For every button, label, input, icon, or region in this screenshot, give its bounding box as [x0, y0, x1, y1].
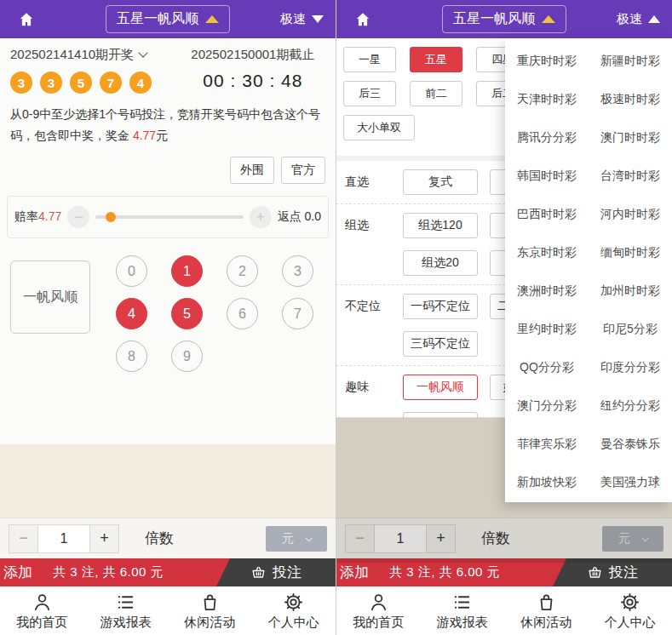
lottery-dropdown-menu: 重庆时时彩 新疆时时彩 天津时时彩 极速时时彩 腾讯分分彩 澳门时时彩 韩国时时… [505, 38, 672, 502]
digit-circle[interactable]: 8 [116, 340, 147, 372]
lottery-option[interactable]: 加州时时彩 [589, 272, 672, 310]
nav-label: 我的首页 [16, 615, 67, 631]
speed-selector-open[interactable]: 极速 [617, 11, 660, 27]
digit-circle[interactable]: 0 [116, 255, 147, 287]
chevron-down-icon [138, 48, 147, 57]
lottery-option[interactable]: QQ分分彩 [505, 348, 589, 386]
issue-open-label[interactable]: 202502141410期开奖 [10, 47, 181, 63]
lottery-option[interactable]: 新疆时时彩 [589, 42, 672, 80]
nav-profile[interactable]: 个人中心 [589, 586, 672, 635]
submit-label: 投注 [609, 563, 638, 582]
unit-value: 元 [282, 531, 294, 546]
lottery-option[interactable]: 台湾时时彩 [589, 157, 672, 195]
app-page: 五星一帆风顺 极速 202502141410期开奖 3 3 5 7 [0, 0, 672, 635]
game-title-button[interactable]: 五星一帆风顺 [442, 5, 566, 33]
bottom-nav: 我的首页 游戏报表 休闲活动 个人中心 [0, 586, 336, 635]
nav-reports[interactable]: 游戏报表 [84, 586, 169, 635]
user-icon [32, 592, 53, 613]
odds-slider-box: 赔率4.77 − + 返点 0.0 [7, 196, 329, 238]
digit-circle[interactable]: 9 [171, 340, 203, 372]
digit-circle[interactable]: 6 [227, 298, 258, 329]
nav-activities[interactable]: 休闲活动 [504, 586, 589, 635]
digit-circle[interactable]: 4 [116, 298, 147, 329]
tab-first-two[interactable]: 前二 [410, 81, 462, 106]
outer-mode-button[interactable]: 外围 [230, 157, 274, 184]
nav-label: 游戏报表 [437, 615, 488, 631]
digit-circle[interactable]: 7 [282, 298, 313, 329]
play-button-selected[interactable]: 一帆风顺 [403, 375, 478, 400]
lottery-option[interactable]: 美国强力球 [589, 463, 672, 501]
lottery-option[interactable]: 澳门分分彩 [505, 386, 589, 425]
digit-circle[interactable]: 5 [171, 298, 203, 329]
nav-profile[interactable]: 个人中心 [252, 586, 336, 635]
lottery-option[interactable]: 缅甸时时彩 [589, 233, 672, 272]
odds-slider-track[interactable] [95, 215, 243, 219]
lottery-option[interactable]: 重庆时时彩 [505, 42, 589, 80]
multiplier-input[interactable] [37, 524, 90, 553]
nav-activities[interactable]: 休闲活动 [168, 586, 252, 635]
lottery-option[interactable]: 韩国时时彩 [505, 157, 589, 195]
tab-five-star[interactable]: 五星 [410, 47, 462, 72]
report-list-icon [115, 592, 136, 613]
basket-icon [250, 564, 267, 581]
digit-circle[interactable]: 2 [227, 255, 258, 287]
add-bet-button[interactable]: 添加 [336, 563, 377, 582]
digit-circle[interactable]: 1 [171, 255, 203, 287]
tab-one-star[interactable]: 一星 [343, 47, 396, 72]
lottery-option[interactable]: 澳门时时彩 [589, 118, 672, 157]
lottery-option[interactable]: 天津时时彩 [505, 80, 589, 118]
screen-betting: 五星一帆风顺 极速 202502141410期开奖 3 3 5 7 [0, 0, 336, 635]
nav-label: 个人中心 [268, 615, 319, 631]
speed-label: 极速 [280, 11, 306, 27]
odds-increase-button[interactable]: + [250, 206, 272, 228]
play-button[interactable]: 组选20 [403, 250, 478, 276]
unit-select[interactable]: 元 [266, 526, 327, 552]
odds-label: 赔率4.77 [14, 209, 61, 225]
caret-up-icon [205, 15, 219, 23]
lottery-option[interactable]: 腾讯分分彩 [505, 118, 589, 157]
lottery-option[interactable]: 里约时时彩 [505, 310, 589, 348]
nav-reports[interactable]: 游戏报表 [421, 586, 505, 635]
nav-home[interactable]: 我的首页 [0, 586, 84, 635]
odds-slider-handle[interactable] [106, 212, 116, 222]
description-unit: 元 [156, 129, 168, 142]
lottery-option[interactable]: 印尼5分彩 [589, 310, 672, 348]
lottery-option[interactable]: 新加坡快彩 [505, 463, 589, 501]
nav-home[interactable]: 我的首页 [336, 586, 421, 635]
tab-last-three[interactable]: 后三 [343, 81, 396, 106]
official-mode-button[interactable]: 官方 [281, 157, 325, 184]
game-title: 五星一帆风顺 [117, 10, 198, 28]
rebate-label-text: 返点 [278, 209, 302, 223]
speed-selector[interactable]: 极速 [280, 11, 324, 27]
lottery-option[interactable]: 菲律宾乐彩 [505, 425, 589, 463]
lottery-option[interactable]: 纽约分分彩 [589, 386, 672, 425]
play-button[interactable]: 复式 [403, 169, 478, 195]
play-button[interactable]: 三码不定位 [403, 331, 478, 357]
result-ball: 5 [70, 72, 92, 94]
nav-label: 休闲活动 [184, 615, 235, 631]
lottery-option[interactable]: 澳洲时时彩 [505, 272, 589, 310]
digit-circle[interactable]: 3 [282, 255, 313, 287]
lottery-option[interactable]: 河内时时彩 [589, 195, 672, 233]
lottery-option[interactable]: 曼谷泰铢乐 [589, 425, 672, 463]
home-icon[interactable] [17, 10, 36, 29]
mode-buttons-row: 外围 官方 [0, 146, 336, 189]
play-button[interactable]: 一码不定位 [403, 294, 478, 319]
add-bet-button[interactable]: 添加 [0, 563, 41, 582]
lottery-option[interactable]: 印度分分彩 [589, 348, 672, 386]
lottery-option[interactable]: 东京时时彩 [505, 233, 589, 272]
lottery-option[interactable]: 巴西时时彩 [505, 195, 589, 233]
bag-icon [199, 592, 221, 613]
odds-decrease-button[interactable]: − [67, 206, 89, 228]
game-title-button[interactable]: 五星一帆风顺 [106, 5, 230, 33]
play-button[interactable]: 组选120 [403, 213, 478, 238]
lottery-option[interactable]: 极速时时彩 [589, 80, 672, 118]
tab-big-small-odd-even[interactable]: 大小单双 [343, 115, 415, 140]
multiplier-decrease-button[interactable]: − [9, 524, 37, 553]
bottom-nav: 我的首页 游戏报表 休闲活动 个人中心 [336, 586, 672, 635]
home-icon[interactable] [353, 10, 372, 29]
multiplier-increase-button[interactable]: + [90, 524, 119, 553]
submit-bet-button[interactable]: 投注 [216, 558, 336, 586]
prize-amount: 4.77 [133, 129, 156, 142]
caret-up-icon [542, 15, 555, 23]
